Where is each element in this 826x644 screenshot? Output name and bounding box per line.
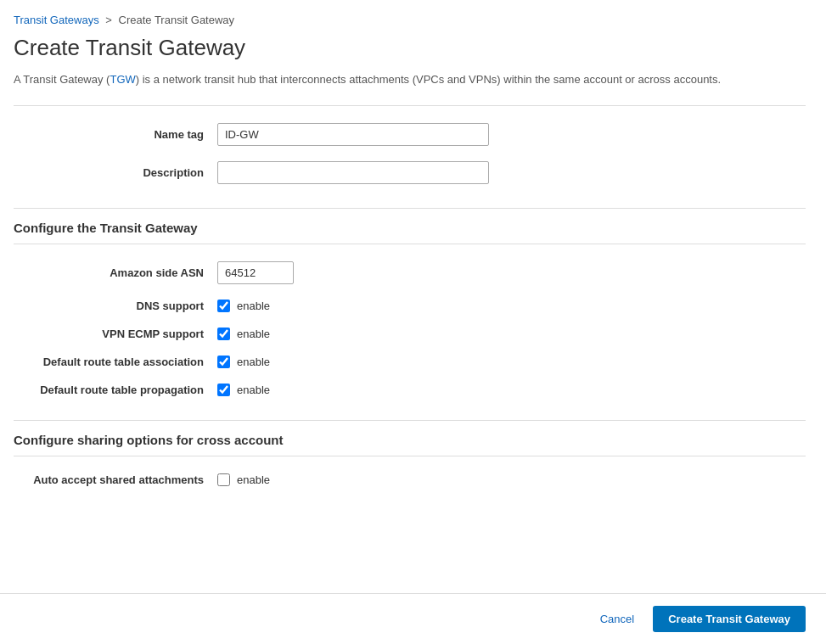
sharing-section-title: Configure sharing options for cross acco… xyxy=(14,421,806,456)
breadcrumb: Transit Gateways > Create Transit Gatewa… xyxy=(14,14,806,26)
asn-row: Amazon side ASN xyxy=(14,261,806,284)
default-assoc-row: Default route table association enable xyxy=(14,356,806,368)
breadcrumb-link[interactable]: Transit Gateways xyxy=(14,14,99,26)
default-prop-enable-label: enable xyxy=(237,384,270,396)
breadcrumb-current: Create Transit Gateway xyxy=(119,14,235,26)
asn-label: Amazon side ASN xyxy=(14,266,217,279)
name-tag-input[interactable] xyxy=(217,123,489,146)
cancel-button[interactable]: Cancel xyxy=(590,608,644,630)
dns-support-wrapper: enable xyxy=(217,300,270,312)
configure-section-title: Configure the Transit Gateway xyxy=(14,209,806,244)
vpn-ecmp-enable-label: enable xyxy=(237,328,270,340)
default-prop-wrapper: enable xyxy=(217,384,270,396)
name-tag-row: Name tag xyxy=(14,123,806,146)
asn-input[interactable] xyxy=(217,261,294,284)
vpn-ecmp-checkbox[interactable] xyxy=(217,328,230,340)
vpn-ecmp-label: VPN ECMP support xyxy=(14,328,217,340)
default-assoc-wrapper: enable xyxy=(217,356,270,368)
default-assoc-enable-label: enable xyxy=(237,356,270,368)
dns-support-checkbox[interactable] xyxy=(217,300,230,312)
description-row: Description xyxy=(14,161,806,184)
default-prop-label: Default route table propagation xyxy=(14,384,217,396)
auto-accept-checkbox[interactable] xyxy=(217,473,230,486)
default-assoc-checkbox[interactable] xyxy=(217,356,230,368)
vpn-ecmp-row: VPN ECMP support enable xyxy=(14,328,806,340)
dns-support-label: DNS support xyxy=(14,300,217,312)
default-prop-row: Default route table propagation enable xyxy=(14,384,806,396)
default-assoc-label: Default route table association xyxy=(14,356,217,368)
auto-accept-label: Auto accept shared attachments xyxy=(14,473,217,486)
page-description: A Transit Gateway (TGW) is a network tra… xyxy=(14,71,806,88)
auto-accept-row: Auto accept shared attachments enable xyxy=(14,473,806,486)
auto-accept-enable-label: enable xyxy=(237,473,270,486)
page-title: Create Transit Gateway xyxy=(14,35,806,61)
create-transit-gateway-button[interactable]: Create Transit Gateway xyxy=(653,606,806,632)
tgw-link[interactable]: TGW xyxy=(110,73,135,86)
default-prop-checkbox[interactable] xyxy=(217,384,230,396)
dns-support-enable-label: enable xyxy=(237,300,270,312)
breadcrumb-separator: > xyxy=(105,14,112,26)
auto-accept-wrapper: enable xyxy=(217,473,270,486)
dns-support-row: DNS support enable xyxy=(14,300,806,312)
vpn-ecmp-wrapper: enable xyxy=(217,328,270,340)
footer-bar: Cancel Create Transit Gateway xyxy=(0,593,826,644)
description-label: Description xyxy=(14,166,217,179)
description-input[interactable] xyxy=(217,161,489,184)
name-tag-label: Name tag xyxy=(14,128,217,141)
